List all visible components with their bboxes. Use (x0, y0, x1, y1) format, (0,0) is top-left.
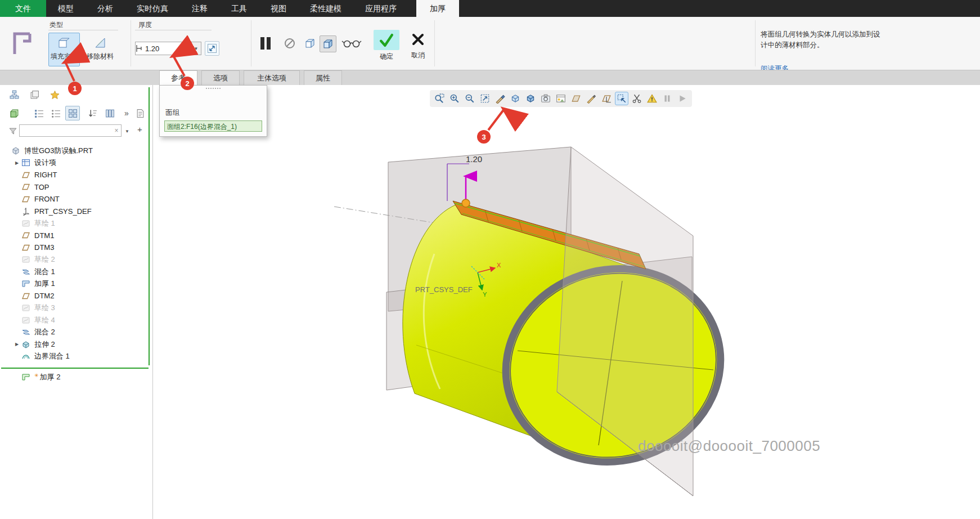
capture-icon[interactable] (539, 92, 552, 105)
search-clear-icon[interactable]: × (112, 127, 121, 135)
tree-item-label: TOP (34, 183, 50, 191)
tree-item[interactable]: 加厚 1 (0, 278, 150, 290)
favorites-icon[interactable] (47, 87, 62, 102)
view-manager-icon[interactable] (554, 92, 568, 105)
tree-item[interactable]: DTM3 (0, 241, 150, 254)
unattached-preview-button[interactable] (303, 36, 317, 51)
csys-label[interactable]: PRT_CSYS_DEF (415, 285, 473, 294)
quilt-label: 面组 (165, 108, 179, 118)
tree-item[interactable]: ▶设计项 (0, 157, 150, 169)
perspective-icon[interactable] (569, 92, 583, 105)
menu-tab-4[interactable]: 实时仿真 (125, 0, 180, 17)
shade-with-edges-icon[interactable] (524, 92, 537, 105)
menu-tab-2[interactable]: 模型 (46, 0, 86, 17)
sketch-icon (21, 255, 32, 264)
fill-solid-button[interactable]: 填充实体 (48, 33, 80, 66)
dimension-value[interactable]: 1.20 (466, 154, 482, 164)
remove-material-button[interactable]: 移除材料 (82, 33, 118, 66)
tree-item[interactable]: 混合 2 (0, 326, 150, 339)
search-dropdown-icon[interactable]: ▼ (125, 129, 129, 134)
tree-item[interactable]: 博世GO3防误触.PRT (0, 145, 150, 157)
graphics-viewport[interactable]: 1.20 X Y PRT_CSYS_DEF dooooit@dooooit_70… (153, 85, 980, 519)
repaint-icon[interactable] (493, 92, 507, 105)
tree-item[interactable]: 草绘 4 (0, 314, 150, 326)
sketch-icon (21, 316, 32, 325)
zoom-out-icon[interactable] (463, 92, 476, 105)
quilt-collector-field[interactable]: 面组2:F16(边界混合_1) (164, 120, 262, 132)
tree-item[interactable]: PRT_CSYS_DEF (0, 205, 150, 218)
plane-icon (21, 182, 32, 191)
tree-list-icon[interactable] (32, 106, 46, 120)
zoom-region-icon[interactable] (433, 92, 446, 105)
warning-icon[interactable] (645, 92, 659, 105)
sort-icon[interactable] (86, 106, 100, 120)
menu-tab-8[interactable]: 柔性建模 (298, 0, 353, 17)
dashboard-tab-3[interactable]: 主体选项 (244, 70, 300, 85)
insert-here-separator[interactable] (1, 363, 149, 369)
menu-tab-3[interactable]: 分析 (86, 0, 125, 17)
tree-item[interactable]: 草绘 1 (0, 217, 150, 230)
tree-item[interactable]: 草绘 3 (0, 302, 150, 315)
tree-search-input[interactable] (20, 127, 112, 135)
drag-handle[interactable] (462, 199, 470, 207)
refit-icon[interactable] (478, 92, 492, 105)
info-doc-icon[interactable] (133, 106, 147, 120)
menu-tab-5[interactable]: 注释 (180, 0, 219, 17)
tree-item[interactable]: 混合 1 (0, 266, 150, 278)
selected-items-icon[interactable] (615, 92, 628, 105)
tree-item[interactable]: ✳加厚 2 (0, 371, 150, 383)
display-cube-icon[interactable] (7, 106, 21, 120)
tree-item[interactable]: FRONT (0, 193, 150, 205)
menu-tab-9[interactable]: 应用程序 (353, 0, 408, 17)
tree-item[interactable]: RIGHT (0, 169, 150, 181)
3d-model-view[interactable]: 1.20 X Y PRT_CSYS_DEF (153, 85, 980, 519)
search-add-icon[interactable]: + (137, 124, 142, 134)
thickness-input[interactable]: 1.20 ▼ (135, 42, 201, 55)
fill-solid-icon (57, 35, 71, 50)
tree-item-label: 混合 1 (34, 267, 55, 277)
ok-button[interactable]: 确定 (370, 27, 403, 65)
model-tree-icon[interactable] (7, 87, 21, 102)
pause-icon[interactable] (660, 92, 674, 105)
tree-item-label: DTM2 (34, 292, 54, 300)
zoom-in-icon[interactable] (448, 92, 461, 105)
clip-icon[interactable] (630, 92, 644, 105)
menu-tab-active-thicken[interactable]: 加厚 (416, 0, 459, 17)
overflow-chevron-icon[interactable]: » (119, 106, 134, 120)
tree-detail-icon[interactable] (48, 106, 63, 120)
datum-display-icon[interactable] (600, 92, 613, 105)
pause-icon (259, 36, 272, 51)
menu-tab-1[interactable]: 文件 (0, 0, 46, 17)
menu-tab-7[interactable]: 视图 (259, 0, 298, 17)
no-preview-button[interactable] (282, 36, 297, 51)
resume-icon[interactable] (676, 92, 689, 105)
tree-item[interactable]: DTM1 (0, 230, 150, 242)
dashboard-tab-4[interactable]: 属性 (304, 70, 342, 85)
tree-columns-icon[interactable] (65, 106, 80, 120)
thicken-new-icon (21, 373, 32, 382)
columns-icon[interactable] (102, 106, 117, 120)
folder-browser-icon[interactable] (27, 87, 42, 102)
expander-icon[interactable]: ▶ (12, 160, 21, 165)
panel-grip[interactable] (206, 88, 221, 91)
tree-item[interactable]: TOP (0, 181, 150, 194)
annotation-display-icon[interactable] (585, 92, 598, 105)
dashboard-tab-2[interactable]: 选项 (201, 70, 240, 85)
attached-preview-button[interactable] (320, 35, 336, 52)
model-tree: 博世GO3防误触.PRT▶设计项RIGHTTOPFRONTPRT_CSYS_DE… (0, 145, 150, 383)
display-style-icon[interactable] (509, 92, 522, 105)
glasses-preview-button[interactable] (341, 37, 362, 50)
flip-thickness-button[interactable] (205, 41, 219, 56)
tree-item[interactable]: 边界混合 1 (0, 351, 150, 363)
tree-item[interactable]: DTM2 (0, 290, 150, 302)
dashboard-tabstrip: 参考选项主体选项属性 (0, 70, 980, 86)
cancel-button[interactable]: 取消 (404, 27, 432, 65)
pause-button[interactable] (257, 34, 275, 53)
thickness-dropdown[interactable]: ▼ (191, 42, 201, 55)
filter-funnel-icon[interactable] (6, 124, 20, 138)
menu-tab-6[interactable]: 工具 (219, 0, 259, 17)
tree-item[interactable]: ▶拉伸 2 (0, 338, 150, 351)
expander-icon[interactable]: ▶ (12, 342, 21, 347)
tree-item[interactable]: 草绘 2 (0, 254, 150, 266)
dashboard-tab-1[interactable]: 参考 (159, 70, 197, 86)
